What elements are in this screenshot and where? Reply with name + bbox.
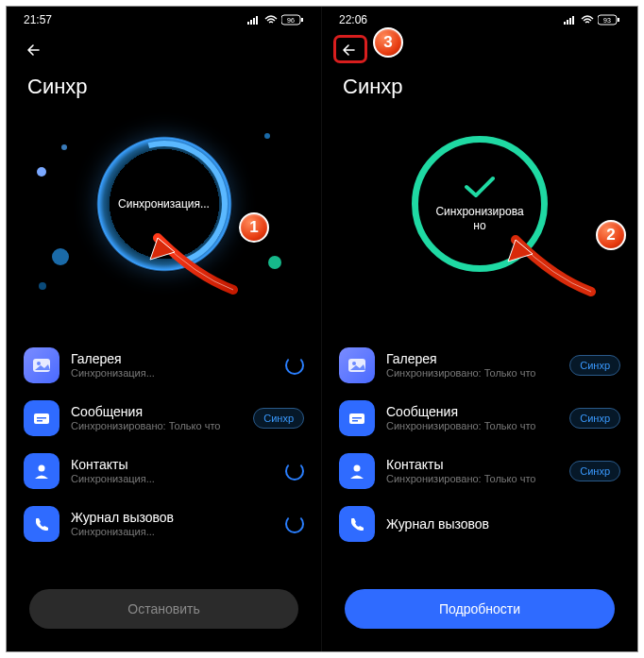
sync-now-chip[interactable]: Синхр xyxy=(569,408,620,429)
stop-button[interactable]: Остановить xyxy=(29,589,298,629)
button-label: Подробности xyxy=(439,601,520,616)
svg-rect-10 xyxy=(37,417,46,419)
status-icons: 96 xyxy=(247,14,304,25)
sync-complete-ring: Синхронизирова но xyxy=(412,136,548,272)
item-title: Сообщения xyxy=(386,404,558,419)
call-log-icon xyxy=(24,506,59,542)
status-time: 22:06 xyxy=(339,13,367,26)
messages-icon xyxy=(24,400,59,436)
signal-icon xyxy=(247,15,261,25)
sync-items-list: Галерея Синхронизировано: Только что Син… xyxy=(322,339,637,583)
svg-text:93: 93 xyxy=(603,17,611,24)
svg-rect-16 xyxy=(569,18,571,25)
svg-rect-19 xyxy=(618,18,619,22)
svg-point-22 xyxy=(352,362,356,365)
svg-rect-14 xyxy=(564,22,566,25)
checkmark-icon xyxy=(463,175,497,199)
contacts-icon xyxy=(24,453,59,489)
item-title: Журнал вызовов xyxy=(71,510,274,525)
page-title: Синхр xyxy=(7,67,321,105)
status-bar: 21:57 96 xyxy=(7,7,321,33)
loading-spinner-icon xyxy=(285,356,304,375)
sync-items-list: Галерея Синхронизация... Сообщения Синхр… xyxy=(7,339,321,583)
sync-now-chip[interactable]: Синхр xyxy=(253,408,304,429)
list-item[interactable]: Сообщения Синхронизировано: Только что С… xyxy=(335,392,624,445)
list-item[interactable]: Сообщения Синхронизировано: Только что С… xyxy=(20,392,308,445)
list-item[interactable]: Контакты Синхронизировано: Только что Си… xyxy=(335,445,624,498)
page-title: Синхр xyxy=(322,67,637,105)
list-item[interactable]: Галерея Синхронизировано: Только что Син… xyxy=(335,339,624,392)
item-title: Контакты xyxy=(386,457,558,472)
svg-rect-2 xyxy=(253,18,255,25)
sync-status-label: Синхронизация... xyxy=(105,197,223,211)
item-subtitle: Синхронизировано: Только что xyxy=(71,420,242,433)
svg-rect-15 xyxy=(567,20,568,25)
svg-point-8 xyxy=(37,362,41,365)
item-title: Сообщения xyxy=(71,404,242,419)
sync-now-chip[interactable]: Синхр xyxy=(569,461,620,481)
item-title: Галерея xyxy=(71,351,274,366)
sync-hero: Синхронизация... xyxy=(7,105,321,303)
list-item[interactable]: Галерея Синхронизация... xyxy=(20,339,308,392)
svg-point-26 xyxy=(354,465,361,472)
sync-status-label: Синхронизирова но xyxy=(422,205,536,233)
svg-rect-17 xyxy=(572,16,574,25)
sync-now-chip[interactable]: Синхр xyxy=(569,355,620,376)
svg-text:96: 96 xyxy=(287,17,295,24)
svg-rect-5 xyxy=(301,18,303,22)
svg-rect-24 xyxy=(352,417,362,419)
back-button[interactable] xyxy=(20,37,50,63)
contacts-icon xyxy=(339,453,375,489)
status-bar: 22:06 93 xyxy=(322,7,637,33)
button-label: Остановить xyxy=(127,601,199,616)
svg-rect-1 xyxy=(250,20,252,25)
messages-icon xyxy=(339,400,375,436)
item-title: Контакты xyxy=(71,457,274,472)
sync-hero: Синхронизирова но xyxy=(322,105,637,303)
item-title: Галерея xyxy=(386,351,558,366)
item-subtitle: Синхронизировано: Только что xyxy=(386,367,558,380)
svg-point-12 xyxy=(39,465,45,472)
loading-spinner-icon xyxy=(285,515,304,533)
list-item[interactable]: Контакты Синхронизация... xyxy=(20,445,308,498)
svg-rect-25 xyxy=(352,420,358,422)
wifi-icon xyxy=(581,15,594,25)
gallery-icon xyxy=(339,347,375,383)
back-button[interactable] xyxy=(335,37,365,63)
sync-progress-ring: Синхронизация... xyxy=(96,136,232,272)
arrow-left-icon xyxy=(341,42,360,58)
loading-spinner-icon xyxy=(285,462,304,481)
item-subtitle: Синхронизация... xyxy=(71,526,274,539)
status-icons: 93 xyxy=(564,14,620,25)
status-time: 21:57 xyxy=(24,13,52,26)
arrow-left-icon xyxy=(25,42,44,58)
battery-icon: 93 xyxy=(598,14,620,25)
battery-icon: 96 xyxy=(281,14,304,25)
item-subtitle: Синхронизация... xyxy=(71,473,274,486)
gallery-icon xyxy=(24,347,59,383)
signal-icon xyxy=(564,15,577,25)
item-title: Журнал вызовов xyxy=(386,516,609,531)
svg-rect-3 xyxy=(256,16,258,25)
svg-rect-11 xyxy=(37,420,42,422)
list-item[interactable]: Журнал вызовов xyxy=(335,498,624,550)
item-subtitle: Синхронизировано: Только что xyxy=(386,473,558,486)
item-subtitle: Синхронизировано: Только что xyxy=(386,420,558,433)
wifi-icon xyxy=(264,15,278,25)
phone-screen-syncing: 21:57 96 Синхр Синхронизация... xyxy=(7,7,322,651)
list-item[interactable]: Журнал вызовов Синхронизация... xyxy=(20,498,308,550)
phone-screen-synced: 22:06 93 Синхр Синхронизирова но xyxy=(322,7,637,651)
svg-rect-0 xyxy=(247,22,249,25)
item-subtitle: Синхронизация... xyxy=(71,367,274,380)
details-button[interactable]: Подробности xyxy=(345,589,615,629)
call-log-icon xyxy=(339,506,375,542)
